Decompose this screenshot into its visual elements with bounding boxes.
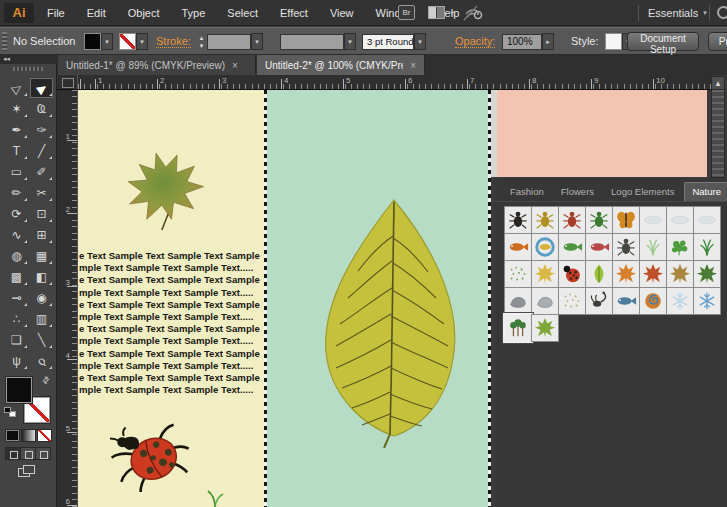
brush-definition-dropdown[interactable]: ▾ <box>414 33 426 50</box>
rotate-tool[interactable]: ⟳ <box>5 204 28 224</box>
draw-normal-button[interactable] <box>6 448 21 459</box>
stroke-panel-link[interactable]: Stroke: <box>156 35 191 48</box>
ladybug-artwork[interactable] <box>110 420 192 492</box>
sprout-artwork[interactable] <box>206 488 226 507</box>
menu-type[interactable]: Type <box>171 0 217 26</box>
menu-window[interactable]: Window <box>365 0 426 26</box>
orange-fish-symbol[interactable] <box>505 234 531 260</box>
line-segment-tool[interactable]: ╱ <box>30 141 53 161</box>
cloud-symbol-1[interactable] <box>640 207 666 233</box>
symbols-tab-nature[interactable]: Nature <box>684 182 727 201</box>
blend-tool[interactable]: ◉ <box>30 288 53 308</box>
trees-symbol[interactable] <box>505 315 531 341</box>
artboard-tool[interactable]: ❏ <box>5 330 28 350</box>
stroke-weight-field[interactable] <box>207 34 251 50</box>
red-maple-leaf-symbol[interactable] <box>640 261 666 287</box>
sample-text-frame[interactable]: e Text Sample Text Sample Text Samplempl… <box>79 250 266 396</box>
vertical-ruler[interactable]: 123456 <box>57 90 78 507</box>
style-swatch[interactable] <box>605 33 622 50</box>
zoom-tool[interactable]: ϙ <box>30 351 53 371</box>
ladybug-symbol[interactable] <box>559 261 585 287</box>
color-mode-button[interactable] <box>5 429 20 442</box>
oak-leaf-symbol[interactable] <box>694 261 720 287</box>
app-logo[interactable]: Ai <box>4 3 34 23</box>
fly-symbol[interactable] <box>613 234 639 260</box>
pen-tool[interactable]: ✒ <box>5 120 28 140</box>
menu-select[interactable]: Select <box>216 0 269 26</box>
beetle-symbol[interactable] <box>586 207 612 233</box>
preferences-button[interactable]: Pref <box>708 32 727 51</box>
green-maple-leaf-symbol[interactable] <box>532 315 558 341</box>
shrub-symbol[interactable] <box>667 234 693 260</box>
fish-circle-symbol[interactable] <box>532 234 558 260</box>
symbols-tab-fashion[interactable]: Fashion <box>503 183 551 201</box>
scissors-tool[interactable]: ✂ <box>30 183 53 203</box>
opacity-field[interactable]: 100% <box>502 34 542 50</box>
shape-builder-tool[interactable]: ◍ <box>5 246 28 266</box>
symbol-sprayer-tool[interactable]: ∴ <box>5 309 28 329</box>
search-icon[interactable] <box>717 6 727 19</box>
close-tab-icon[interactable]: × <box>410 60 416 71</box>
butterfly-symbol[interactable] <box>613 207 639 233</box>
panel-grip[interactable] <box>2 32 7 51</box>
wasp-symbol[interactable] <box>532 207 558 233</box>
document-tab-1[interactable]: Untitled-1* @ 89% (CMYK/Preview)× <box>58 55 256 75</box>
none-mode-button[interactable] <box>37 429 52 442</box>
screen-mode-button[interactable] <box>18 465 36 479</box>
width-tool[interactable]: ∿ <box>5 225 28 245</box>
grass-symbol[interactable] <box>694 234 720 260</box>
panel-grip[interactable] <box>13 67 43 71</box>
blob-brush-tool[interactable]: ✑ <box>30 120 53 140</box>
draw-inside-button[interactable] <box>36 448 50 459</box>
rectangle-tool[interactable]: ▭ <box>5 162 28 182</box>
slice-tool[interactable]: ╲ <box>30 330 53 350</box>
lasso-tool[interactable]: Ҩ <box>30 99 53 119</box>
splash-symbol[interactable] <box>694 288 720 314</box>
fill-color-dropdown[interactable]: ▾ <box>101 33 113 50</box>
selection-tool[interactable]: ▷ <box>5 78 28 98</box>
column-graph-tool[interactable]: ▥ <box>30 309 53 329</box>
mesh-tool[interactable]: ▩ <box>5 267 28 287</box>
stroke-color-swatch[interactable] <box>119 33 136 50</box>
scrollbar-track[interactable] <box>712 90 724 176</box>
document-tab-2[interactable]: Untitled-2* @ 100% (CMYK/Preview)× <box>257 55 425 75</box>
free-transform-tool[interactable]: ⊞ <box>30 225 53 245</box>
hand-tool[interactable]: ψ <box>5 351 28 371</box>
symbols-tab-logo-elements[interactable]: Logo Elements <box>604 183 681 201</box>
stroke-color-dropdown[interactable]: ▾ <box>136 33 148 50</box>
width-profile-dropdown[interactable]: ▾ <box>344 33 356 50</box>
menu-edit[interactable]: Edit <box>76 0 117 26</box>
perspective-grid-tool[interactable]: ▦ <box>30 246 53 266</box>
rock-symbol[interactable] <box>505 288 531 314</box>
cloud-symbol-3[interactable] <box>694 207 720 233</box>
pencil-tool[interactable]: ✏ <box>5 183 28 203</box>
stone-symbol[interactable] <box>532 288 558 314</box>
orange-maple-leaf-symbol[interactable] <box>613 261 639 287</box>
fill-swatch[interactable] <box>6 377 32 403</box>
moss-symbol[interactable] <box>505 261 531 287</box>
direct-selection-tool[interactable]: ▶ <box>30 78 53 98</box>
opacity-dropdown[interactable]: ▸ <box>542 33 554 50</box>
menu-view[interactable]: View <box>319 0 365 26</box>
close-tab-icon[interactable]: × <box>232 60 238 71</box>
scale-tool[interactable]: ⊡ <box>30 204 53 224</box>
stroke-weight-stepper[interactable]: ▲▼ <box>197 34 206 50</box>
arrange-documents-button[interactable]: ▾ <box>428 6 454 19</box>
workspace-switcher[interactable]: Essentials ▾ <box>648 0 707 26</box>
menu-file[interactable]: File <box>36 0 76 26</box>
width-profile-field[interactable] <box>280 34 344 50</box>
bridge-button[interactable]: Br <box>398 5 415 20</box>
stroke-weight-dropdown[interactable]: ▾ <box>251 33 263 50</box>
sand-symbol[interactable] <box>559 288 585 314</box>
draw-behind-button[interactable] <box>21 448 36 459</box>
tick-symbol[interactable] <box>559 207 585 233</box>
brush-definition-field[interactable]: 3 pt Round <box>362 34 414 50</box>
document-setup-button[interactable]: Document Setup <box>627 32 699 51</box>
brown-maple-leaf-symbol[interactable] <box>667 261 693 287</box>
fill-color-swatch[interactable] <box>84 33 101 50</box>
opacity-panel-link[interactable]: Opacity: <box>455 35 495 48</box>
yellow-maple-leaf-symbol[interactable] <box>532 261 558 287</box>
gradient-mode-button[interactable] <box>21 429 36 442</box>
swap-fill-stroke-icon[interactable]: ⇄ <box>40 374 52 386</box>
symbols-tab-flowers[interactable]: Flowers <box>554 183 601 201</box>
